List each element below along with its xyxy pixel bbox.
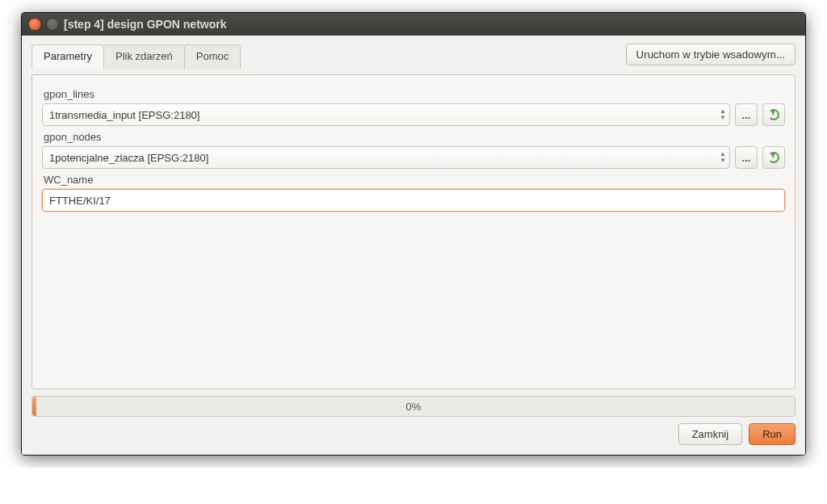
combo-gpon-nodes[interactable]: 1potencjalne_zlacza [EPSG:2180] ▲▼ [42,146,730,169]
browse-gpon-nodes-button[interactable]: ... [735,146,758,169]
tabs: Parametry Plik zdarzeń Pomoc [31,44,240,69]
reload-icon [768,152,779,163]
reload-gpon-nodes-button[interactable] [762,146,785,169]
close-button[interactable]: Zamknij [678,423,743,445]
combo-gpon-lines[interactable]: 1transmedia_input [EPSG:2180] ▲▼ [42,103,730,126]
label-gpon-lines: gpon_lines [44,88,785,100]
spinner-icon[interactable]: ▲▼ [720,151,726,164]
progress-fill [32,397,36,416]
label-gpon-nodes: gpon_nodes [44,131,785,143]
dialog-window: [step 4] design GPON network Parametry P… [21,12,806,456]
reload-gpon-lines-button[interactable] [762,103,785,126]
window-title: [step 4] design GPON network [64,18,226,31]
combo-gpon-lines-value: 1transmedia_input [EPSG:2180] [49,109,715,121]
progress-bar: 0% [31,396,796,417]
titlebar[interactable]: [step 4] design GPON network [22,13,805,36]
tab-row: Parametry Plik zdarzeń Pomoc Uruchom w t… [31,44,796,69]
tab-parametry[interactable]: Parametry [31,44,104,69]
run-button[interactable]: Run [749,423,796,445]
tab-pomoc[interactable]: Pomoc [184,44,241,69]
browse-gpon-lines-button[interactable]: ... [735,103,758,126]
label-wc-name: WC_name [44,174,785,186]
batch-mode-button[interactable]: Uruchom w trybie wsadowym... [626,44,796,65]
window-body: Parametry Plik zdarzeń Pomoc Uruchom w t… [22,36,805,455]
spinner-icon[interactable]: ▲▼ [720,108,726,121]
reload-icon [768,109,779,120]
combo-gpon-nodes-value: 1potencjalne_zlacza [EPSG:2180] [49,152,715,164]
tab-pane-parametry: gpon_lines 1transmedia_input [EPSG:2180]… [31,74,796,389]
minimize-icon[interactable] [46,18,59,31]
close-icon[interactable] [28,18,41,31]
wc-name-input[interactable] [42,189,785,212]
dialog-footer: Zamknij Run [31,423,796,445]
tab-plik-zdarzen[interactable]: Plik zdarzeń [103,44,185,69]
progress-text: 0% [406,401,422,413]
